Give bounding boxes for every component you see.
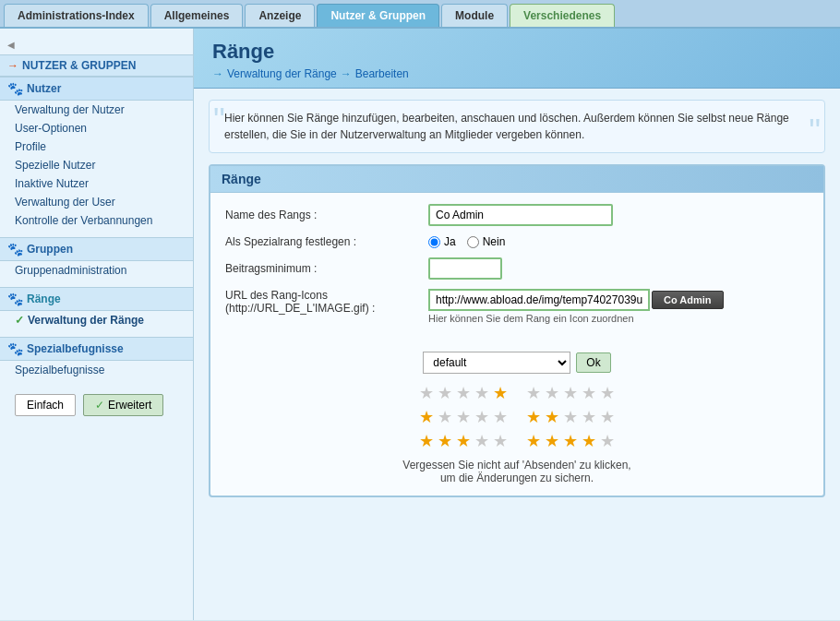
star-2-4[interactable]: ★ [474, 407, 489, 427]
star-3-8[interactable]: ★ [563, 431, 578, 451]
star-1-3[interactable]: ★ [456, 383, 471, 403]
top-nav: Administrations-Index Allgemeines Anzeig… [0, 0, 840, 29]
sidebar-item-spezielle-nutzer[interactable]: Spezielle Nutzer [0, 156, 193, 174]
sidebar-nutzer-gruppen-label: NUTZER & GRUPPEN [22, 59, 136, 72]
tab-nutzer-gruppen[interactable]: Nutzer & Gruppen [317, 4, 439, 27]
stars-dropdown[interactable]: default [423, 352, 570, 374]
star-2-5[interactable]: ★ [493, 407, 508, 427]
star-3-9[interactable]: ★ [582, 431, 596, 451]
gruppen-icon: 🐾 [7, 242, 23, 257]
star-3-10[interactable]: ★ [600, 431, 615, 451]
star-2-2[interactable]: ★ [438, 407, 452, 427]
star-2-9[interactable]: ★ [582, 407, 596, 427]
star-1-1[interactable]: ★ [419, 383, 434, 403]
star-2-7[interactable]: ★ [545, 407, 559, 427]
nutzer-icon: 🐾 [7, 81, 23, 96]
sidebar-item-inaktive-nutzer[interactable]: Inaktive Nutzer [0, 174, 193, 193]
description-box: " Hier können Sie Ränge hinzufügen, bear… [209, 100, 825, 153]
star-2-6[interactable]: ★ [526, 407, 541, 427]
sidebar-section-nutzer-gruppen-header[interactable]: → NUTZER & GRUPPEN [0, 54, 193, 77]
sidebar-item-spezialbefugnisse[interactable]: Spezialbefugnisse [0, 361, 193, 379]
stars-row-1: ★ ★ ★ ★ ★ ★ ★ ★ ★ ★ [225, 383, 809, 403]
erweitert-check-icon: ✓ [95, 399, 104, 412]
star-2-1[interactable]: ★ [419, 407, 434, 427]
url-label-text: URL des Rang-Icons [225, 289, 428, 302]
star-1-10[interactable]: ★ [600, 383, 615, 403]
sidebar-item-gruppenadmin[interactable]: Gruppenadministration [0, 261, 193, 280]
form-row-url: URL des Rang-Icons (http://URL_DE_L'IMAG… [225, 289, 809, 324]
raenge-icon: 🐾 [7, 292, 23, 306]
star-3-6[interactable]: ★ [526, 431, 541, 451]
sidebar-item-verwaltung-nutzer[interactable]: Verwaltung der Nutzer [0, 101, 193, 119]
tab-verschiedenes[interactable]: Verschiedenes [510, 4, 615, 27]
sidebar-item-profile[interactable]: Profile [0, 137, 193, 156]
save-hint-line1: Vergessen Sie nicht auf 'Absenden' zu kl… [225, 459, 809, 472]
dropdown-row: default Ok [225, 352, 809, 374]
form-row-spezialrang: Als Spezialrang festlegen : Ja Nein [225, 235, 809, 248]
sidebar-gruppen-label: Gruppen [27, 243, 73, 256]
star-3-7[interactable]: ★ [545, 431, 559, 451]
erweitert-button[interactable]: ✓ Erweitert [83, 394, 163, 416]
breadcrumb-item-2[interactable]: Bearbeiten [355, 67, 409, 80]
ok-button[interactable]: Ok [576, 352, 610, 373]
co-admin-button[interactable]: Co Admin [652, 291, 724, 309]
einfach-button[interactable]: Einfach [15, 394, 76, 416]
radio-ja[interactable] [428, 236, 440, 248]
sidebar-gruppen-section: 🐾 Gruppen Gruppenadministration [0, 237, 193, 280]
breadcrumb-arrow-2: → [341, 67, 352, 80]
tab-allgemeines[interactable]: Allgemeines [150, 4, 244, 27]
sidebar-item-verwaltung-user[interactable]: Verwaltung der User [0, 193, 193, 211]
tab-module[interactable]: Module [441, 4, 508, 27]
star-1-5[interactable]: ★ [493, 383, 508, 403]
url-input[interactable] [428, 289, 650, 311]
tab-administrations-index[interactable]: Administrations-Index [4, 4, 149, 27]
star-1-6[interactable]: ★ [526, 383, 541, 403]
arrow-icon: → [7, 59, 18, 72]
form-row-name: Name des Rangs : [225, 204, 809, 226]
sidebar-item-verwaltung-raenge[interactable]: ✓ Verwaltung der Ränge [0, 311, 193, 329]
quote-right-icon: " [809, 115, 821, 149]
star-1-4[interactable]: ★ [474, 383, 489, 403]
star-2-3[interactable]: ★ [456, 407, 471, 427]
sidebar-item-kontrolle[interactable]: Kontrolle der Verbannungen [0, 211, 193, 230]
tab-anzeige[interactable]: Anzeige [245, 4, 315, 27]
star-1-7[interactable]: ★ [545, 383, 559, 403]
sidebar-nutzer-label: Nutzer [27, 82, 61, 95]
star-1-9[interactable]: ★ [582, 383, 596, 403]
star-1-8[interactable]: ★ [563, 383, 578, 403]
star-3-3[interactable]: ★ [456, 431, 471, 451]
sidebar-raenge-header[interactable]: 🐾 Ränge [0, 287, 193, 311]
url-hint-text: Hier können Sie dem Rang ein Icon zuordn… [428, 313, 724, 324]
sidebar-spezialbefugnisse-label: Spezialbefugnisse [27, 342, 124, 355]
star-3-5[interactable]: ★ [493, 431, 508, 451]
radio-nein[interactable] [467, 236, 479, 248]
sidebar-nutzer-section: 🐾 Nutzer Verwaltung der Nutzer User-Opti… [0, 77, 193, 230]
stars-row-3: ★ ★ ★ ★ ★ ★ ★ ★ ★ ★ [225, 431, 809, 451]
star-3-4[interactable]: ★ [474, 431, 489, 451]
sidebar-collapse-toggle[interactable]: ◀ [0, 34, 193, 54]
star-1-2[interactable]: ★ [438, 383, 452, 403]
form-section: Ränge Name des Rangs : Als Spezialrang f… [209, 164, 825, 497]
save-hint-line2: um die Änderungen zu sichern. [225, 472, 809, 484]
star-3-1[interactable]: ★ [419, 431, 434, 451]
sidebar-spezialbefugnisse-header[interactable]: 🐾 Spezialbefugnisse [0, 337, 193, 361]
stars-section: default Ok ★ ★ ★ ★ ★ ★ ★ ★ ★ ★ [210, 344, 823, 496]
spezialrang-label: Als Spezialrang festlegen : [225, 235, 428, 248]
stars-row-2: ★ ★ ★ ★ ★ ★ ★ ★ ★ ★ [225, 407, 809, 427]
star-2-10[interactable]: ★ [600, 407, 615, 427]
sidebar-item-user-optionen[interactable]: User-Optionen [0, 119, 193, 137]
sidebar-verwaltung-raenge-label: Verwaltung der Ränge [28, 314, 144, 327]
breadcrumb-item-1[interactable]: Verwaltung der Ränge [227, 67, 337, 80]
radio-ja-label[interactable]: Ja [428, 235, 456, 248]
sidebar-spezialbefugnisse-section: 🐾 Spezialbefugnisse Spezialbefugnisse [0, 337, 193, 379]
star-3-2[interactable]: ★ [438, 431, 452, 451]
beitragsminimum-input[interactable] [428, 257, 502, 280]
breadcrumb: → Verwaltung der Ränge → Bearbeiten [212, 67, 822, 80]
description-text: Hier können Sie Ränge hinzufügen, bearbe… [224, 112, 789, 141]
sidebar-nutzer-header[interactable]: 🐾 Nutzer [0, 77, 193, 101]
radio-nein-text: Nein [483, 235, 506, 248]
star-2-8[interactable]: ★ [563, 407, 578, 427]
name-input[interactable] [428, 204, 613, 226]
radio-nein-label[interactable]: Nein [467, 235, 506, 248]
sidebar-gruppen-header[interactable]: 🐾 Gruppen [0, 237, 193, 261]
